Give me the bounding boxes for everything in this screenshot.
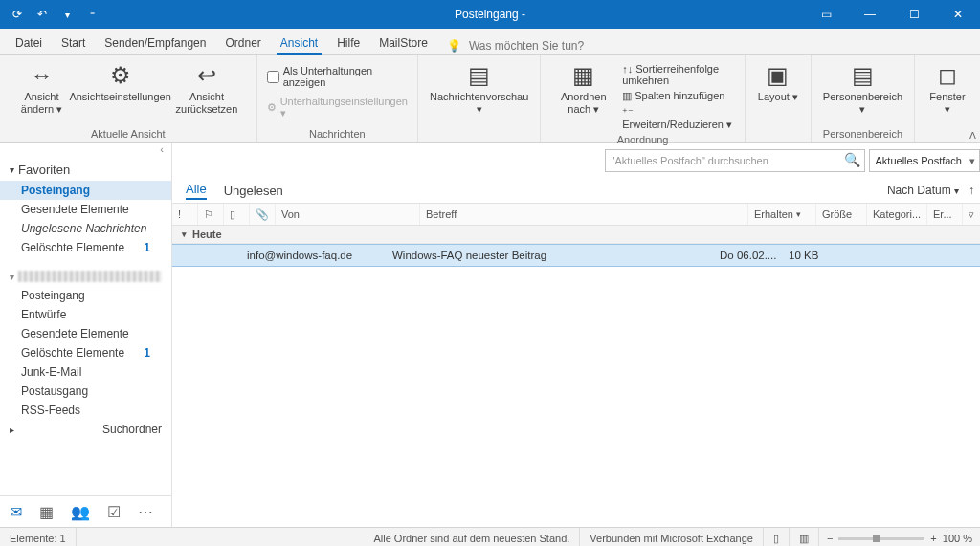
folder-gesendete[interactable]: Gesendete Elemente <box>0 200 171 219</box>
ribbon-display-icon[interactable]: ▭ <box>804 0 848 29</box>
minimize-button[interactable]: ― <box>848 0 892 29</box>
folder-postausgang[interactable]: Postausgang <box>0 382 171 401</box>
window-icon: ◻ <box>938 62 957 89</box>
group-label: Personenbereich <box>819 126 906 142</box>
title-bar: ⟳ ↶ ▾ ⁼ Posteingang - ▭ ― ☐ ✕ <box>0 0 980 29</box>
close-button[interactable]: ✕ <box>936 0 980 29</box>
col-icon[interactable]: ▯ <box>224 204 250 225</box>
message-preview-button[interactable]: ▤Nachrichtenvorschau ▾ <box>426 58 532 116</box>
msg-from: info@windows-faq.de <box>241 250 387 261</box>
ribbon-tabs: Datei Start Senden/Empfangen Ordner Ansi… <box>0 29 980 55</box>
folder-rss[interactable]: RSS-Feeds <box>0 401 171 420</box>
folder-geloescht-2[interactable]: Gelöschte Elemente1 <box>0 343 171 362</box>
search-input[interactable]: "Aktuelles Postfach" durchsuchen🔍 <box>605 149 865 172</box>
more-icon[interactable]: ⋯ <box>138 503 153 521</box>
search-icon[interactable]: 🔍 <box>844 152 860 167</box>
search-folders[interactable]: ▸ Suchordner <box>0 420 171 439</box>
message-row[interactable]: info@windows-faq.de Windows-FAQ neuester… <box>172 244 980 267</box>
filter-unread[interactable]: Ungelesen <box>224 184 283 198</box>
window-title: Posteingang - <box>455 8 525 21</box>
view-icon: ↔ <box>30 62 53 89</box>
col-importance[interactable]: ! <box>172 204 198 225</box>
tell-me-input[interactable] <box>467 38 624 54</box>
col-flag[interactable]: Er... <box>927 204 963 225</box>
folder-ungelesen[interactable]: Ungelesene Nachrichten <box>0 219 171 238</box>
tasks-icon[interactable]: ☑ <box>107 503 121 521</box>
tab-ordner[interactable]: Ordner <box>215 33 270 54</box>
sync-icon[interactable]: ⟳ <box>8 5 27 24</box>
people-pane-button[interactable]: ▤Personenbereich ▾ <box>819 58 906 116</box>
view-reading-icon[interactable]: ▥ <box>790 528 819 546</box>
chevron-down-icon: ▾ <box>10 272 14 282</box>
zoom-slider[interactable] <box>838 537 924 540</box>
chevron-down-icon: ▾ <box>10 164 14 175</box>
account-header[interactable]: ▾ <box>0 267 171 286</box>
nav-bottom-bar: ✉ ▦ 👥 ☑ ⋯ <box>0 495 171 527</box>
collapse-ribbon-icon[interactable]: ᐱ <box>969 130 976 141</box>
tab-start[interactable]: Start <box>52 33 95 54</box>
view-normal-icon[interactable]: ▯ <box>764 528 790 546</box>
col-filter-icon[interactable]: ▿ <box>963 204 980 225</box>
folder-geloescht[interactable]: Gelöschte Elemente1 <box>0 238 171 257</box>
status-sync: Alle Ordner sind auf dem neuesten Stand. <box>77 528 581 546</box>
collapse-nav-icon[interactable]: ‹ <box>0 143 171 159</box>
col-from[interactable]: Von <box>276 204 420 225</box>
arrange-icon: ▦ <box>572 62 594 89</box>
layout-icon: ▣ <box>767 62 789 89</box>
col-subject[interactable]: Betreff <box>420 204 748 225</box>
view-settings-button[interactable]: ⚙Ansichtseinstellungen <box>78 58 163 116</box>
message-list-pane: "Aktuelles Postfach" durchsuchen🔍 Aktuel… <box>172 143 980 527</box>
maximize-button[interactable]: ☐ <box>892 0 936 29</box>
qa-dropdown-icon[interactable]: ▾ <box>57 5 77 24</box>
filter-all[interactable]: Alle <box>186 182 207 200</box>
folder-gesendete-2[interactable]: Gesendete Elemente <box>0 324 171 343</box>
sort-dropdown[interactable]: Nach Datum ▾ <box>887 184 959 197</box>
col-size[interactable]: Größe <box>816 204 867 225</box>
zoom-in-icon[interactable]: + <box>930 533 936 544</box>
qa-customize-icon[interactable]: ⁼ <box>82 5 101 24</box>
tab-ansicht[interactable]: Ansicht <box>271 33 327 54</box>
people-icon[interactable]: 👥 <box>71 503 90 521</box>
column-headers[interactable]: ! ⚐ ▯ 📎 Von Betreff Erhalten▾ Größe Kate… <box>172 203 980 226</box>
col-attach[interactable]: 📎 <box>250 204 276 225</box>
reset-view-button[interactable]: ↩Ansicht zurücksetzen <box>165 58 248 116</box>
msg-received: Do 06.02.... <box>714 250 783 261</box>
chevron-down-icon: ▾ <box>954 186 959 196</box>
expand-collapse-button[interactable]: ⁺⁻ Erweitern/Reduzieren ▾ <box>620 105 737 132</box>
tab-hilfe[interactable]: Hilfe <box>327 33 369 54</box>
group-label: Nachrichten <box>265 126 410 142</box>
favorites-header[interactable]: ▾Favoriten <box>0 159 171 181</box>
zoom-out-icon[interactable]: − <box>827 533 833 544</box>
add-columns-button[interactable]: ▥ Spalten hinzufügen <box>620 89 737 103</box>
navigation-pane: ‹ ▾Favoriten Posteingang Gesendete Eleme… <box>0 143 172 527</box>
tab-datei[interactable]: Datei <box>6 33 52 54</box>
lightbulb-icon: 💡 <box>447 39 461 53</box>
tab-mailstore[interactable]: MailStore <box>369 33 437 54</box>
sort-direction-icon[interactable]: ↑ <box>969 184 974 197</box>
change-view-button[interactable]: ↔Ansicht ändern ▾ <box>8 58 76 116</box>
tab-senden[interactable]: Senden/Empfangen <box>95 33 215 54</box>
col-category[interactable]: Kategori... <box>867 204 927 225</box>
col-reminder[interactable]: ⚐ <box>198 204 224 225</box>
layout-button[interactable]: ▣Layout ▾ <box>753 58 803 103</box>
chevron-right-icon: ▸ <box>10 425 14 435</box>
undo-icon[interactable]: ↶ <box>33 5 52 24</box>
folder-entwuerfe[interactable]: Entwürfe <box>0 305 171 324</box>
preview-icon: ▤ <box>468 62 490 89</box>
reverse-sort-button[interactable]: ↑↓ Sortierreihenfolge umkehren <box>620 62 737 87</box>
group-label: Aktuelle Ansicht <box>8 126 249 142</box>
mail-icon[interactable]: ✉ <box>10 503 22 521</box>
calendar-icon[interactable]: ▦ <box>39 503 54 521</box>
arrange-by-button[interactable]: ▦Anordnen nach ▾ <box>548 58 618 132</box>
folder-junk[interactable]: Junk-E-Mail <box>0 362 171 382</box>
folder-posteingang-2[interactable]: Posteingang <box>0 286 171 305</box>
folder-posteingang[interactable]: Posteingang <box>0 181 171 200</box>
group-header-heute[interactable]: ▾Heute <box>172 226 980 244</box>
search-scope-dropdown[interactable]: Aktuelles Postfach <box>869 149 981 172</box>
status-connection: Verbunden mit Microsoft Exchange <box>580 528 764 546</box>
window-button[interactable]: ◻Fenster ▾ <box>923 58 972 116</box>
col-received[interactable]: Erhalten▾ <box>748 204 816 225</box>
show-conversations-checkbox[interactable]: Als Unterhaltungen anzeigen <box>265 64 410 89</box>
ribbon: ↔Ansicht ändern ▾ ⚙Ansichtseinstellungen… <box>0 55 980 143</box>
zoom-level: 100 % <box>943 533 972 544</box>
